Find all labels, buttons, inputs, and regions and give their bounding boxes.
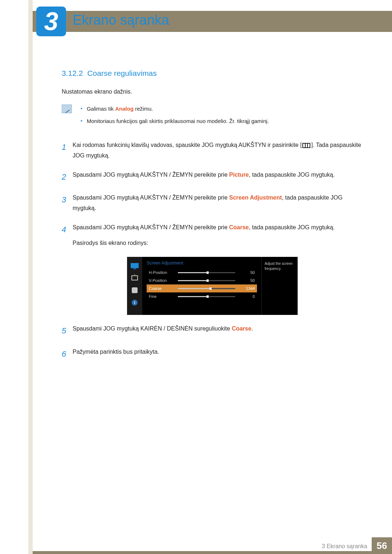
step-number: 3 xyxy=(62,193,73,214)
step5-text-a: Spausdami JOG mygtuką KAIRĖN / DEŠINĖN s… xyxy=(73,325,232,332)
osd-value: 1344 xyxy=(240,286,255,291)
step-number: 6 xyxy=(62,347,73,361)
osd-value: 50 xyxy=(240,270,255,275)
gear-icon xyxy=(130,287,139,294)
bullet-icon: • xyxy=(81,117,82,126)
step-body: Spausdami JOG mygtuką AUKŠTYN / ŽEMYN pe… xyxy=(73,170,363,184)
osd-row-fine: Fine 0 xyxy=(147,292,257,300)
osd-slider xyxy=(178,296,235,297)
osd-label: H-Position xyxy=(149,270,178,275)
step5-highlight: Coarse xyxy=(232,325,251,332)
footer-bar xyxy=(33,551,392,554)
step5-text-b: . xyxy=(252,325,253,332)
osd-slider xyxy=(178,272,235,273)
step-item: 1 Kai rodomas funkcinių klavišų vadovas,… xyxy=(62,140,363,161)
section-number: 3.12.2 xyxy=(62,69,83,77)
info-icon: i xyxy=(130,299,139,306)
step2-text-a: Spausdami JOG mygtuką AUKŠTYN / ŽEMYN pe… xyxy=(73,172,229,178)
osd-main: Screen Adjustment H-Position 50 V-Positi… xyxy=(142,257,261,315)
osd-sidebar: i xyxy=(127,257,142,315)
step-body: Spausdami JOG mygtuką KAIRĖN / DEŠINĖN s… xyxy=(73,324,363,338)
step2-text-b: , tada paspauskite JOG mygtuką. xyxy=(249,172,335,178)
osd-title: Screen Adjustment xyxy=(147,260,257,266)
step3-highlight: Screen Adjustment xyxy=(229,194,282,201)
osd-label: V-Position xyxy=(149,278,178,283)
step-body: Spausdami JOG mygtuką AUKŠTYN / ŽEMYN pe… xyxy=(73,193,363,214)
note-item: • Galimas tik Analog režimu. xyxy=(81,104,269,113)
step-body: Pažymėta parinktis bus pritaikyta. xyxy=(73,347,363,361)
section-heading: 3.12.2Coarse reguliavimas xyxy=(62,69,363,78)
step-item: 3 Spausdami JOG mygtuką AUKŠTYN / ŽEMYN … xyxy=(62,193,363,214)
step-item: 6 Pažymėta parinktis bus pritaikyta. xyxy=(62,347,363,361)
step-item: 5 Spausdami JOG mygtuką KAIRĖN / DEŠINĖN… xyxy=(62,324,363,338)
step-body: Spausdami JOG mygtuką AUKŠTYN / ŽEMYN pe… xyxy=(73,222,363,249)
page-content: 3.12.2Coarse reguliavimas Nustatomas ekr… xyxy=(62,69,363,370)
footer-chapter-text: 3 Ekrano sąranka xyxy=(322,543,367,550)
osd-value: 50 xyxy=(240,278,255,283)
section-title: Coarse reguliavimas xyxy=(87,69,156,77)
note2-text: Monitoriaus funkcijos gali skirtis prikl… xyxy=(87,117,269,126)
footer-page-number: 56 xyxy=(372,537,392,554)
note-list: • Galimas tik Analog režimu. • Monitoria… xyxy=(81,104,269,129)
note-icon xyxy=(62,104,72,113)
left-accent-stripe xyxy=(28,0,33,554)
resize-icon xyxy=(130,274,139,282)
osd-label: Coarse xyxy=(149,286,178,291)
osd-row-coarse-selected: Coarse 1344 xyxy=(147,284,257,292)
steps-list: 1 Kai rodomas funkcinių klavišų vadovas,… xyxy=(62,140,363,361)
step-body: Kai rodomas funkcinių klavišų vadovas, s… xyxy=(73,140,363,161)
osd-panel: i Screen Adjustment H-Position 50 V-Posi… xyxy=(127,257,298,315)
bullet-icon: • xyxy=(81,104,82,113)
osd-row-hposition: H-Position 50 xyxy=(147,268,257,276)
osd-slider xyxy=(178,280,235,281)
note1-post: režimu. xyxy=(134,106,153,112)
step-number: 5 xyxy=(62,324,73,338)
menu-icon xyxy=(302,143,310,148)
intro-text: Nustatomas ekrano dažnis. xyxy=(62,89,363,95)
step-item: 4 Spausdami JOG mygtuką AUKŠTYN / ŽEMYN … xyxy=(62,222,363,249)
osd-screenshot: i Screen Adjustment H-Position 50 V-Posi… xyxy=(62,257,363,315)
step-number: 4 xyxy=(62,222,73,249)
step1-text-a: Kai rodomas funkcinių klavišų vadovas, s… xyxy=(73,142,302,148)
osd-label: Fine xyxy=(149,294,178,299)
chapter-title: Ekrano sąranka xyxy=(73,12,169,28)
osd-help-text: Adjust the screen frequency. xyxy=(261,257,298,315)
note-item: • Monitoriaus funkcijos gali skirtis pri… xyxy=(81,117,269,126)
step-item: 2 Spausdami JOG mygtuką AUKŠTYN / ŽEMYN … xyxy=(62,170,363,184)
note1-pre: Galimas tik xyxy=(87,106,115,112)
monitor-icon xyxy=(130,262,139,269)
osd-slider xyxy=(178,288,235,289)
step2-highlight: Picture xyxy=(229,172,249,178)
step-number: 2 xyxy=(62,170,73,184)
step4-text-c: Pasirodys šis ekrano rodinys: xyxy=(73,238,363,249)
step4-text-a: Spausdami JOG mygtuką AUKŠTYN / ŽEMYN pe… xyxy=(73,224,229,230)
osd-value: 0 xyxy=(240,294,255,299)
step4-highlight: Coarse xyxy=(229,224,249,230)
notes-block: • Galimas tik Analog režimu. • Monitoria… xyxy=(62,104,363,129)
note1-highlight: Analog xyxy=(115,106,134,112)
osd-row-vposition: V-Position 50 xyxy=(147,276,257,284)
step-number: 1 xyxy=(62,140,73,161)
step3-text-a: Spausdami JOG mygtuką AUKŠTYN / ŽEMYN pe… xyxy=(73,194,229,201)
step4-text-b: , tada paspauskite JOG mygtuką. xyxy=(249,224,335,230)
chapter-number-box: 3 xyxy=(36,7,66,36)
